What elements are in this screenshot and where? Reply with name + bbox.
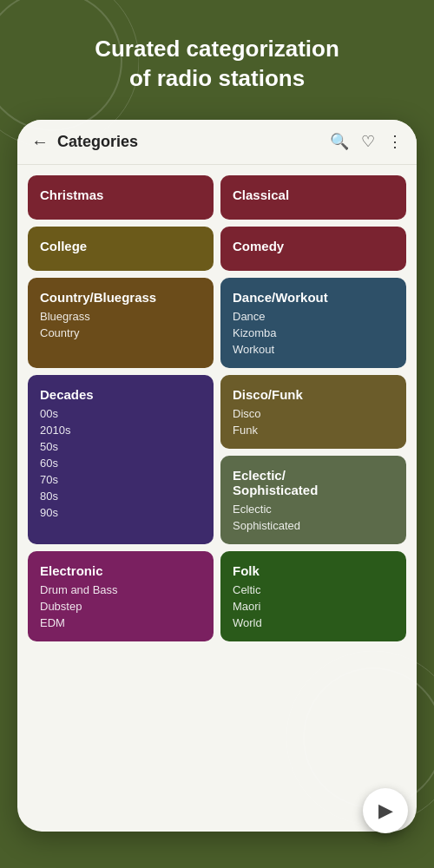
category-sublabel: 2010s	[40, 424, 201, 437]
category-sublabel: EDM	[40, 616, 201, 629]
back-button[interactable]: ←	[31, 132, 49, 152]
category-item-electronic[interactable]: ElectronicDrum and BassDubstepEDM	[28, 551, 214, 641]
categories-grid: ChristmasClassicalCollegeComedyCountry/B…	[17, 165, 417, 832]
category-item-dance[interactable]: Dance/WorkoutDanceKizombaWorkout	[220, 278, 406, 368]
category-label: Disco/Funk	[233, 387, 394, 402]
phone-frame: ← Categories 🔍 ♡ ⋮ ChristmasClassicalCol…	[17, 120, 417, 832]
category-sublabel: Country	[40, 326, 201, 339]
fab-button[interactable]: ▶	[363, 788, 408, 833]
category-label: Classical	[233, 187, 394, 202]
category-sublabel: 50s	[40, 440, 201, 453]
category-sublabel: Sophisticated	[233, 519, 394, 532]
category-item-country[interactable]: Country/BluegrassBluegrassCountry	[28, 278, 214, 368]
category-item-decades[interactable]: Decades00s2010s50s60s70s80s90s	[28, 375, 214, 544]
category-sublabel: Workout	[233, 343, 394, 356]
category-sublabel: Bluegrass	[40, 310, 201, 323]
fab-icon: ▶	[378, 799, 393, 822]
category-label: Christmas	[40, 187, 201, 202]
category-sublabel: 80s	[40, 490, 201, 503]
category-label: College	[40, 239, 201, 253]
category-sublabel: 00s	[40, 407, 201, 420]
category-sublabel: 90s	[40, 506, 201, 519]
category-sublabel: World	[233, 616, 394, 629]
category-sublabel: Celtic	[233, 583, 394, 596]
header-section: Curated categorization of radio stations	[0, 0, 434, 111]
category-item-classical[interactable]: Classical	[220, 175, 406, 220]
category-item-folk[interactable]: FolkCelticMaoriWorld	[220, 551, 406, 641]
category-label: Country/Bluegrass	[40, 290, 201, 305]
topbar-title: Categories	[57, 133, 330, 151]
category-item-eclectic[interactable]: Eclectic/ SophisticatedEclecticSophistic…	[220, 456, 406, 544]
category-sublabel: Disco	[233, 407, 394, 420]
category-sublabel: Drum and Bass	[40, 583, 201, 596]
top-bar: ← Categories 🔍 ♡ ⋮	[17, 120, 417, 165]
more-icon[interactable]: ⋮	[387, 132, 403, 151]
category-sublabel: Dubstep	[40, 600, 201, 613]
category-item-college[interactable]: College	[28, 227, 214, 271]
search-icon[interactable]: 🔍	[330, 132, 349, 151]
category-label: Comedy	[233, 239, 394, 253]
category-label: Electronic	[40, 563, 201, 578]
category-sublabel: 60s	[40, 457, 201, 470]
category-sublabel: Maori	[233, 600, 394, 613]
category-label: Dance/Workout	[233, 290, 394, 305]
topbar-icons: 🔍 ♡ ⋮	[330, 132, 403, 151]
category-sublabel: 70s	[40, 473, 201, 486]
category-item-christmas[interactable]: Christmas	[28, 175, 214, 220]
category-sublabel: Dance	[233, 310, 394, 323]
category-label: Eclectic/ Sophisticated	[233, 468, 394, 497]
page-title: Curated categorization of radio stations	[17, 35, 417, 94]
category-item-disco[interactable]: Disco/FunkDiscoFunk	[220, 375, 406, 449]
category-sublabel: Funk	[233, 424, 394, 437]
heart-icon[interactable]: ♡	[361, 132, 375, 151]
category-label: Folk	[233, 563, 394, 578]
category-sublabel: Kizomba	[233, 326, 394, 339]
category-item-comedy[interactable]: Comedy	[220, 227, 406, 271]
category-label: Decades	[40, 387, 201, 402]
category-sublabel: Eclectic	[233, 503, 394, 516]
